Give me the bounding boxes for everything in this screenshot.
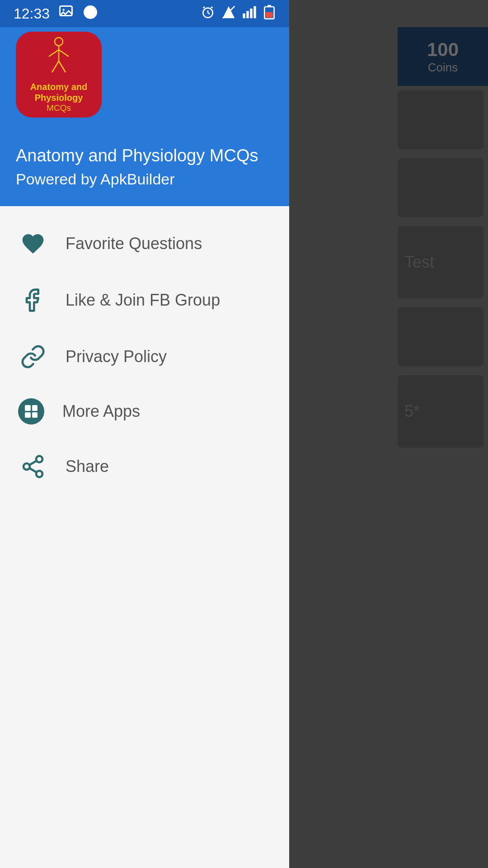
share-label: Share [66,457,109,476]
app-powered-by: Powered by ApkBuilder [16,170,273,188]
facebook-icon [18,285,47,315]
menu-item-like-fb[interactable]: Like & Join FB Group [0,272,289,328]
like-fb-label: Like & Join FB Group [66,291,220,310]
svg-line-22 [59,61,66,72]
menu-item-more-apps[interactable]: More Apps [0,385,289,438]
svg-rect-15 [267,5,271,7]
grid-inner [25,405,38,418]
drawer-header: Anatomy and Physiology MCQs Anatomy and … [0,0,289,206]
grid-dot-3 [25,412,31,418]
battery-status-icon [263,5,276,23]
svg-line-6 [203,7,205,8]
grid-circle-icon [18,398,44,425]
link-icon [18,342,47,371]
signal-status-icon [221,5,236,23]
svg-rect-13 [253,6,256,18]
app-icon-line1: Anatomy and [30,81,88,92]
more-apps-label: More Apps [62,402,140,421]
app-icon: Anatomy and Physiology MCQs [16,32,102,118]
svg-line-26 [29,468,37,472]
svg-line-19 [49,50,59,57]
svg-rect-12 [250,9,252,18]
grid-dot-4 [32,412,38,418]
status-left: 12:33 [14,4,99,24]
app-icon-line2: Physiology [30,92,88,103]
grid-dot-2 [32,405,38,411]
svg-rect-16 [266,12,273,18]
menu-item-share[interactable]: Share [0,438,289,495]
svg-point-2 [84,5,97,19]
heart-icon [18,229,47,258]
svg-line-5 [208,13,210,14]
svg-line-21 [52,61,59,72]
svg-line-7 [211,7,213,8]
svg-point-17 [55,38,63,46]
app-name: Anatomy and Physiology MCQs [16,145,273,167]
svg-line-27 [29,461,37,465]
circle-status-icon [82,4,99,24]
navigation-drawer: 12:33 [0,0,289,868]
menu-item-privacy-policy[interactable]: Privacy Policy [0,328,289,385]
svg-rect-10 [243,13,245,18]
svg-point-1 [63,9,65,11]
grid-dot-1 [25,405,31,411]
signal-bars-icon [242,5,257,23]
image-status-icon [58,4,74,24]
app-icon-line3: MCQs [30,103,88,113]
status-bar: 12:33 [0,0,289,27]
status-right [201,5,276,23]
human-figure-icon [41,36,77,81]
menu-item-favorite-questions[interactable]: Favorite Questions [0,215,289,272]
status-time: 12:33 [14,5,50,22]
svg-rect-11 [246,11,249,18]
share-icon [18,452,47,481]
privacy-policy-label: Privacy Policy [66,347,167,366]
svg-line-20 [59,50,69,57]
alarm-status-icon [201,5,215,23]
menu-list: Favorite Questions Like & Join FB Group … [0,206,289,868]
app-icon-container: Anatomy and Physiology MCQs [16,32,273,118]
favorite-questions-label: Favorite Questions [66,234,202,253]
